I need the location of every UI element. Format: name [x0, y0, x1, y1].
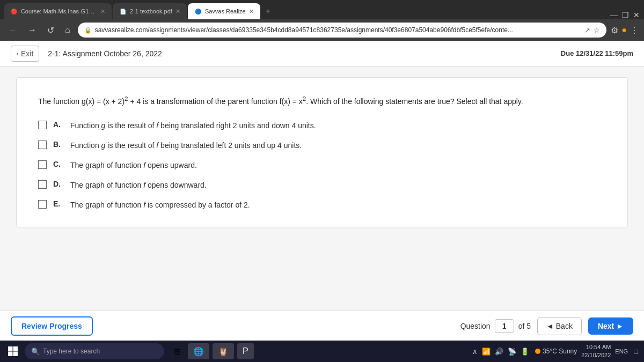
choice-row-a: A. Function g is the result of f being t… — [38, 120, 606, 131]
app-body: ‹ Exit 2-1: Assignment October 26, 2022 … — [0, 41, 644, 341]
taskbar-app-chrome[interactable]: 🌐 — [188, 343, 209, 359]
question-number-box: 1 — [495, 319, 514, 333]
forward-nav-button[interactable]: → — [25, 24, 40, 36]
tab-course-label: Course: Math-Ms.Inas-G10ABF — [21, 8, 97, 14]
exit-button[interactable]: ‹ Exit — [11, 46, 39, 62]
address-text: savvasrealize.com/assignments/viewer/cla… — [95, 26, 582, 34]
network-icon[interactable]: 📶 — [480, 348, 492, 356]
taskbar-app-owl[interactable]: 🦉 — [213, 343, 234, 359]
share-icon: ↗ — [584, 26, 590, 34]
time-display: 10:54 AM 22/10/2022 — [581, 343, 611, 360]
choice-label-d: D. — [53, 180, 64, 188]
app-header: ‹ Exit 2-1: Assignment October 26, 2022 … — [0, 41, 644, 67]
date-text: 22/10/2022 — [581, 351, 611, 359]
review-progress-button[interactable]: Review Progress — [11, 316, 93, 336]
question-text: The function g(x) = (x + 2)2 + 4 is a tr… — [38, 94, 606, 107]
choice-text-d: The graph of function f opens downward. — [70, 180, 207, 191]
volume-icon[interactable]: 🔊 — [493, 348, 505, 356]
bottom-bar: Review Progress Question 1 of 5 ◄ Back N… — [0, 311, 644, 341]
maximize-button[interactable]: ❐ — [622, 11, 629, 19]
weather-text: 35°C Sunny — [543, 348, 577, 355]
extensions-button[interactable]: ⚙ — [611, 25, 618, 35]
checkbox-b[interactable] — [38, 141, 47, 149]
taskbar-quick-icons: ⊞ — [170, 344, 185, 359]
tab-textbook-label: 2-1 textbook.pdf — [130, 8, 172, 14]
tab-bar: 🔴 Course: Math-Ms.Inas-G10ABF ✕ 📄 2-1 te… — [0, 0, 644, 19]
search-bar[interactable]: 🔍 Type here to search — [25, 343, 164, 359]
question-card: The function g(x) = (x + 2)2 + 4 is a tr… — [16, 77, 628, 227]
question-label: Question — [460, 322, 491, 330]
nav-bar: ← → ↺ ⌂ 🔒 savvasrealize.com/assignments/… — [0, 19, 644, 41]
svg-rect-1 — [13, 346, 18, 351]
owl-icon: 🦉 — [218, 346, 229, 357]
of-label: of 5 — [518, 322, 531, 330]
chevron-tray-icon[interactable]: ∧ — [471, 348, 479, 356]
choice-row-b: B. Function g is the result of f being t… — [38, 140, 606, 151]
wifi-icon[interactable]: 📡 — [506, 348, 518, 356]
taskbar-app-powerpoint[interactable]: P — [237, 343, 254, 359]
home-button[interactable]: ⌂ — [62, 24, 74, 36]
new-tab-button[interactable]: + — [261, 6, 275, 16]
chevron-left-icon: ‹ — [17, 50, 19, 57]
back-button[interactable]: ◄ Back — [537, 317, 582, 335]
next-button[interactable]: Next ► — [588, 317, 633, 335]
svg-rect-2 — [8, 352, 13, 357]
question-nav: Question 1 of 5 — [460, 319, 531, 333]
notification-icon[interactable]: □ — [632, 348, 640, 356]
system-tray: ∧ 📶 🔊 📡 🔋 35°C Sunny 10:54 AM 22/10/2022… — [471, 343, 640, 360]
choice-label-a: A. — [53, 120, 64, 129]
choice-label-b: B. — [53, 140, 64, 149]
back-nav-button[interactable]: ← — [5, 24, 20, 36]
start-button[interactable] — [4, 343, 21, 360]
language-indicator: ENG — [615, 348, 628, 354]
taskbar: 🔍 Type here to search ⊞ 🌐 🦉 P ∧ 📶 🔊 📡 🔋 … — [0, 341, 644, 362]
checkbox-c[interactable] — [38, 160, 47, 169]
tab-savvas-close[interactable]: ✕ — [249, 8, 254, 15]
checkbox-d[interactable] — [38, 180, 47, 189]
tab-textbook[interactable]: 📄 2-1 textbook.pdf ✕ — [113, 3, 187, 19]
close-browser-button[interactable]: ✕ — [633, 11, 640, 19]
tab-textbook-icon: 📄 — [119, 8, 127, 15]
battery-icon[interactable]: 🔋 — [519, 348, 531, 356]
tab-savvas-icon: 🔵 — [194, 8, 202, 15]
choice-text-b: Function g is the result of f being tran… — [70, 140, 302, 151]
address-bar[interactable]: 🔒 savvasrealize.com/assignments/viewer/c… — [78, 23, 607, 38]
minimize-button[interactable]: — — [610, 11, 618, 19]
checkbox-a[interactable] — [38, 121, 47, 129]
task-view-icon[interactable]: ⊞ — [170, 344, 185, 359]
tray-icons: ∧ 📶 🔊 📡 🔋 — [471, 348, 531, 356]
choice-label-e: E. — [53, 200, 64, 208]
assignment-title: 2-1: Assignment October 26, 2022 — [48, 49, 162, 58]
tab-course-close[interactable]: ✕ — [100, 8, 105, 15]
choice-row-c: C. The graph of function f opens upward. — [38, 160, 606, 171]
tab-course[interactable]: 🔴 Course: Math-Ms.Inas-G10ABF ✕ — [4, 3, 112, 19]
tab-textbook-close[interactable]: ✕ — [175, 8, 180, 15]
weather-dot — [535, 349, 540, 354]
browser-chrome: 🔴 Course: Math-Ms.Inas-G10ABF ✕ 📄 2-1 te… — [0, 0, 644, 41]
choice-text-c: The graph of function f opens upward. — [70, 160, 197, 171]
tab-savvas[interactable]: 🔵 Savvas Realize ✕ — [188, 3, 260, 19]
tab-course-icon: 🔴 — [11, 8, 18, 15]
choice-text-e: The graph of function f is compressed by… — [70, 200, 250, 211]
choice-row-d: D. The graph of function f opens downwar… — [38, 180, 606, 191]
checkbox-e[interactable] — [38, 200, 47, 209]
time-text: 10:54 AM — [581, 343, 611, 351]
exit-label: Exit — [21, 49, 33, 58]
weather-info: 35°C Sunny — [535, 348, 577, 355]
svg-rect-0 — [8, 346, 13, 351]
refresh-button[interactable]: ↺ — [44, 24, 57, 36]
question-container: The function g(x) = (x + 2)2 + 4 is a tr… — [0, 67, 644, 311]
menu-button[interactable]: ⋮ — [630, 25, 639, 35]
search-icon: 🔍 — [31, 348, 40, 356]
bookmark-icon[interactable]: ☆ — [594, 26, 600, 34]
choice-text-a: Function g is the result of f being tran… — [70, 120, 316, 131]
nav-actions: ⚙ ● ⋮ — [611, 25, 639, 35]
choices-list: A. Function g is the result of f being t… — [38, 120, 606, 211]
powerpoint-icon: P — [243, 346, 248, 356]
lock-icon: 🔒 — [84, 27, 92, 34]
tab-controls: — ❐ ✕ — [610, 11, 644, 19]
tab-savvas-label: Savvas Realize — [205, 8, 246, 14]
profile-button[interactable]: ● — [621, 25, 627, 35]
search-placeholder: Type here to search — [43, 348, 100, 355]
due-date: Due 12/31/22 11:59pm — [561, 49, 633, 57]
